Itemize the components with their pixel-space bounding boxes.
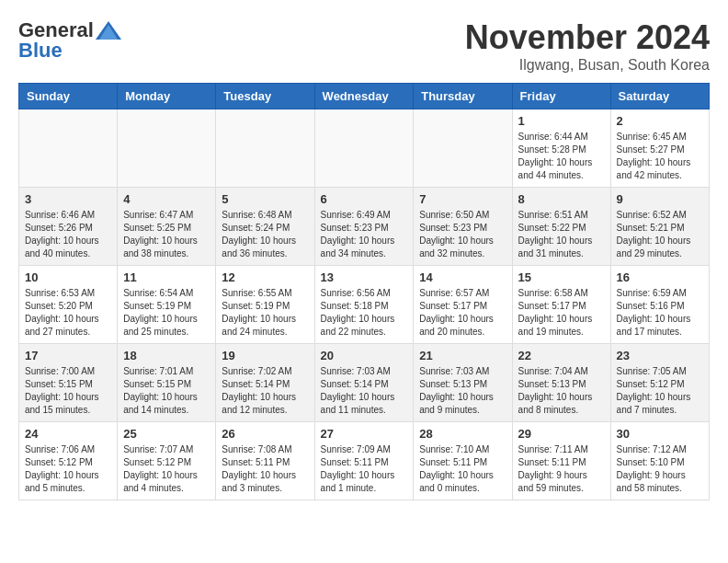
day-number: 23 — [617, 349, 703, 362]
calendar-cell: 19Sunrise: 7:02 AM Sunset: 5:14 PM Dayli… — [216, 344, 314, 422]
day-number: 26 — [222, 427, 308, 441]
day-number: 21 — [419, 349, 506, 362]
day-info: Sunrise: 6:51 AM Sunset: 5:22 PM Dayligh… — [518, 209, 605, 260]
day-number: 24 — [25, 427, 111, 441]
calendar-cell — [118, 109, 216, 188]
calendar-cell: 5Sunrise: 6:48 AM Sunset: 5:24 PM Daylig… — [216, 188, 314, 266]
day-info: Sunrise: 6:45 AM Sunset: 5:27 PM Dayligh… — [617, 131, 703, 182]
calendar-cell: 28Sunrise: 7:10 AM Sunset: 5:11 PM Dayli… — [414, 422, 512, 500]
calendar-week-1: 1Sunrise: 6:44 AM Sunset: 5:28 PM Daylig… — [19, 109, 710, 188]
calendar-cell — [19, 109, 118, 188]
day-number: 11 — [123, 270, 210, 284]
day-number: 30 — [617, 427, 703, 441]
logo: General Blue — [18, 18, 121, 63]
calendar-header-sunday: Sunday — [19, 84, 118, 109]
calendar-cell: 10Sunrise: 6:53 AM Sunset: 5:20 PM Dayli… — [19, 266, 118, 344]
day-number: 10 — [25, 270, 111, 284]
calendar-header-saturday: Saturday — [610, 84, 709, 109]
calendar-cell: 2Sunrise: 6:45 AM Sunset: 5:27 PM Daylig… — [610, 109, 709, 188]
calendar-cell: 15Sunrise: 6:58 AM Sunset: 5:17 PM Dayli… — [512, 266, 610, 344]
calendar-cell: 4Sunrise: 6:47 AM Sunset: 5:25 PM Daylig… — [118, 188, 216, 266]
calendar-cell: 14Sunrise: 6:57 AM Sunset: 5:17 PM Dayli… — [414, 266, 512, 344]
day-number: 29 — [518, 427, 605, 441]
day-number: 28 — [419, 427, 506, 441]
day-info: Sunrise: 7:05 AM Sunset: 5:12 PM Dayligh… — [617, 365, 703, 417]
day-info: Sunrise: 6:56 AM Sunset: 5:18 PM Dayligh… — [321, 287, 408, 339]
calendar-cell — [414, 109, 512, 188]
day-info: Sunrise: 6:58 AM Sunset: 5:17 PM Dayligh… — [518, 287, 605, 339]
day-number: 16 — [617, 270, 703, 284]
day-number: 6 — [321, 192, 408, 206]
calendar-cell: 23Sunrise: 7:05 AM Sunset: 5:12 PM Dayli… — [610, 344, 709, 422]
day-info: Sunrise: 6:50 AM Sunset: 5:23 PM Dayligh… — [419, 209, 506, 260]
calendar-cell — [216, 109, 314, 188]
day-info: Sunrise: 7:12 AM Sunset: 5:10 PM Dayligh… — [617, 443, 703, 495]
calendar-header-friday: Friday — [512, 84, 610, 109]
calendar-week-4: 17Sunrise: 7:00 AM Sunset: 5:15 PM Dayli… — [19, 344, 710, 422]
day-number: 4 — [123, 192, 210, 206]
day-number: 25 — [123, 427, 210, 441]
day-info: Sunrise: 7:07 AM Sunset: 5:12 PM Dayligh… — [123, 443, 210, 495]
day-number: 12 — [222, 270, 308, 284]
calendar-cell: 26Sunrise: 7:08 AM Sunset: 5:11 PM Dayli… — [216, 422, 314, 500]
calendar-cell: 3Sunrise: 6:46 AM Sunset: 5:26 PM Daylig… — [19, 188, 118, 266]
calendar-cell: 13Sunrise: 6:56 AM Sunset: 5:18 PM Dayli… — [314, 266, 414, 344]
calendar-cell — [314, 109, 414, 188]
day-number: 18 — [123, 349, 210, 362]
calendar-header-thursday: Thursday — [414, 84, 512, 109]
calendar-table: SundayMondayTuesdayWednesdayThursdayFrid… — [18, 83, 710, 500]
calendar-cell: 16Sunrise: 6:59 AM Sunset: 5:16 PM Dayli… — [610, 266, 709, 344]
calendar-header-monday: Monday — [118, 84, 216, 109]
day-info: Sunrise: 6:59 AM Sunset: 5:16 PM Dayligh… — [617, 287, 703, 339]
calendar-cell: 1Sunrise: 6:44 AM Sunset: 5:28 PM Daylig… — [512, 109, 610, 188]
day-info: Sunrise: 7:03 AM Sunset: 5:13 PM Dayligh… — [419, 365, 506, 417]
day-number: 7 — [419, 192, 506, 206]
day-info: Sunrise: 7:06 AM Sunset: 5:12 PM Dayligh… — [25, 443, 111, 495]
logo-icon — [96, 21, 121, 40]
calendar-header-row: SundayMondayTuesdayWednesdayThursdayFrid… — [19, 84, 710, 109]
day-number: 27 — [321, 427, 408, 441]
day-info: Sunrise: 6:52 AM Sunset: 5:21 PM Dayligh… — [617, 209, 703, 260]
location: Ilgwang, Busan, South Korea — [465, 57, 710, 74]
day-info: Sunrise: 7:03 AM Sunset: 5:14 PM Dayligh… — [321, 365, 408, 417]
calendar-cell: 8Sunrise: 6:51 AM Sunset: 5:22 PM Daylig… — [512, 188, 610, 266]
calendar-cell: 30Sunrise: 7:12 AM Sunset: 5:10 PM Dayli… — [610, 422, 709, 500]
day-info: Sunrise: 6:44 AM Sunset: 5:28 PM Dayligh… — [518, 131, 605, 182]
title-block: November 2024 Ilgwang, Busan, South Kore… — [465, 18, 710, 74]
month-title: November 2024 — [465, 18, 710, 57]
day-number: 17 — [25, 349, 111, 362]
day-info: Sunrise: 6:53 AM Sunset: 5:20 PM Dayligh… — [25, 287, 111, 339]
calendar-week-3: 10Sunrise: 6:53 AM Sunset: 5:20 PM Dayli… — [19, 266, 710, 344]
calendar-cell: 21Sunrise: 7:03 AM Sunset: 5:13 PM Dayli… — [414, 344, 512, 422]
day-number: 3 — [25, 192, 111, 206]
calendar-header-wednesday: Wednesday — [314, 84, 414, 109]
day-number: 19 — [222, 349, 308, 362]
day-number: 15 — [518, 270, 605, 284]
calendar-cell: 17Sunrise: 7:00 AM Sunset: 5:15 PM Dayli… — [19, 344, 118, 422]
calendar-cell: 29Sunrise: 7:11 AM Sunset: 5:11 PM Dayli… — [512, 422, 610, 500]
calendar-cell: 22Sunrise: 7:04 AM Sunset: 5:13 PM Dayli… — [512, 344, 610, 422]
calendar-cell: 6Sunrise: 6:49 AM Sunset: 5:23 PM Daylig… — [314, 188, 414, 266]
day-info: Sunrise: 6:48 AM Sunset: 5:24 PM Dayligh… — [222, 209, 308, 260]
day-info: Sunrise: 7:00 AM Sunset: 5:15 PM Dayligh… — [25, 365, 111, 417]
day-number: 5 — [222, 192, 308, 206]
day-info: Sunrise: 7:09 AM Sunset: 5:11 PM Dayligh… — [321, 443, 408, 495]
day-info: Sunrise: 7:08 AM Sunset: 5:11 PM Dayligh… — [222, 443, 308, 495]
calendar-cell: 7Sunrise: 6:50 AM Sunset: 5:23 PM Daylig… — [414, 188, 512, 266]
calendar-cell: 20Sunrise: 7:03 AM Sunset: 5:14 PM Dayli… — [314, 344, 414, 422]
calendar-week-2: 3Sunrise: 6:46 AM Sunset: 5:26 PM Daylig… — [19, 188, 710, 266]
day-number: 2 — [617, 114, 703, 128]
day-info: Sunrise: 6:55 AM Sunset: 5:19 PM Dayligh… — [222, 287, 308, 339]
day-number: 8 — [518, 192, 605, 206]
day-number: 22 — [518, 349, 605, 362]
calendar-cell: 24Sunrise: 7:06 AM Sunset: 5:12 PM Dayli… — [19, 422, 118, 500]
day-number: 20 — [321, 349, 408, 362]
logo-blue-text: Blue — [18, 39, 63, 63]
calendar-week-5: 24Sunrise: 7:06 AM Sunset: 5:12 PM Dayli… — [19, 422, 710, 500]
day-info: Sunrise: 7:02 AM Sunset: 5:14 PM Dayligh… — [222, 365, 308, 417]
day-info: Sunrise: 7:11 AM Sunset: 5:11 PM Dayligh… — [518, 443, 605, 495]
calendar-header-tuesday: Tuesday — [216, 84, 314, 109]
calendar-cell: 18Sunrise: 7:01 AM Sunset: 5:15 PM Dayli… — [118, 344, 216, 422]
calendar-cell: 12Sunrise: 6:55 AM Sunset: 5:19 PM Dayli… — [216, 266, 314, 344]
day-info: Sunrise: 7:04 AM Sunset: 5:13 PM Dayligh… — [518, 365, 605, 417]
